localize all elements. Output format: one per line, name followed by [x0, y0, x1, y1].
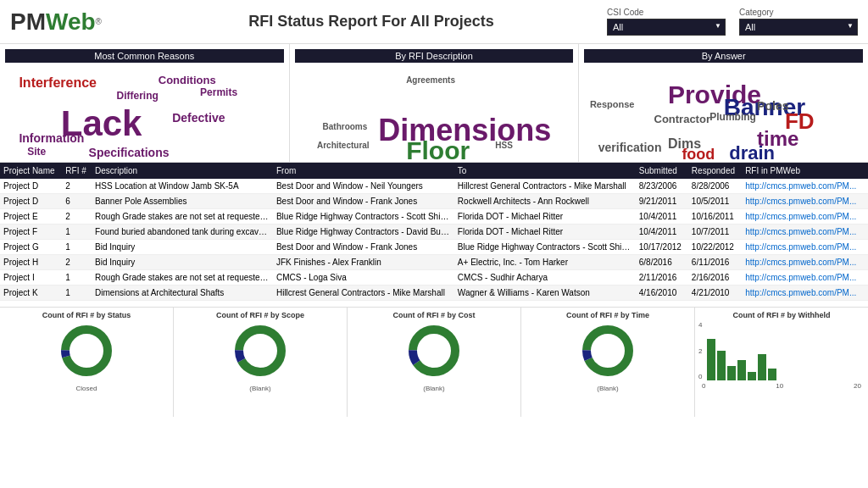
csi-code-select-wrapper[interactable]: All — [607, 19, 726, 36]
x-axis-label: 10 — [776, 382, 783, 390]
table-cell: http://cmcs.pmweb.com/PM... — [742, 209, 868, 225]
table-col-header: Project Name — [0, 163, 62, 179]
table-cell: Hillcrest General Contractors - Mike Mar… — [273, 286, 454, 301]
svg-point-7 — [413, 330, 455, 372]
table-cell: Project K — [0, 286, 62, 301]
word-cloud-word: Site — [27, 146, 46, 158]
category-select[interactable]: All — [739, 19, 858, 36]
table-cell: 10/7/2011 — [688, 225, 742, 240]
table-row: Project K1Dimensions at Architectural Sh… — [0, 286, 868, 301]
chart-title: Count of RFI # by Cost — [393, 311, 476, 319]
x-axis-label: 0 — [702, 382, 705, 390]
table-cell: 10/5/2011 — [688, 194, 742, 209]
table-cell: 2 — [62, 209, 92, 225]
table-cell: 8/23/2006 — [636, 179, 688, 194]
table-cell: Found buried abandoned tank during excav… — [92, 225, 273, 240]
y-axis-label: 4 — [698, 321, 702, 329]
chart-panel: Count of RFI # by Cost(Blank) — [348, 308, 521, 417]
table-cell: 2 — [62, 255, 92, 270]
word-cloud-row: Most Common Reasons InterferenceConditio… — [0, 44, 868, 163]
charts-row: Count of RFI # by StatusClosedCount of R… — [0, 307, 868, 417]
table-cell: Project E — [0, 209, 62, 225]
table-row: Project D2HSS Location at Window Jamb SK… — [0, 179, 868, 194]
donut-container: (Blank) — [404, 321, 464, 380]
donut-container: (Blank) — [578, 321, 637, 380]
x-axis-label: 20 — [854, 382, 861, 390]
table-col-header: Submitted — [636, 163, 688, 179]
table-row: Project E2Rough Grade stakes are not set… — [0, 209, 868, 225]
bar-chart-area: 420 — [698, 321, 865, 380]
table-cell: Project D — [0, 194, 62, 209]
table-row: Project H2Bid InquiryJFK Finishes - Alex… — [0, 255, 868, 270]
table-cell: Florida DOT - Michael Ritter — [454, 225, 636, 240]
wc-content-answer: ProvideBannerFDtimedrainverificationDims… — [584, 66, 863, 159]
word-cloud-word: food — [682, 146, 715, 160]
table-cell: JFK Finishes - Alex Franklin — [273, 255, 454, 270]
table-cell: 6/8/2016 — [636, 255, 688, 270]
category-label: Category — [739, 8, 858, 17]
csi-code-select[interactable]: All — [607, 19, 726, 36]
wc-title-description: By RFI Description — [295, 49, 574, 63]
table-section: Project NameRFI #DescriptionFromToSubmit… — [0, 163, 868, 307]
csi-code-filter: CSI Code All — [607, 8, 726, 36]
bar — [707, 339, 715, 380]
word-cloud-word: Permits — [200, 86, 237, 98]
table-cell: 4/16/2010 — [636, 286, 688, 301]
table-cell: Best Door and Window - Frank Jones — [273, 194, 454, 209]
table-cell: 6 — [62, 194, 92, 209]
wc-panel-description: By RFI Description DimensionsFloorAgreem… — [290, 44, 580, 162]
table-cell: Wagner & Williams - Karen Watson — [454, 286, 636, 301]
table-cell: HSS Location at Window Jamb SK-5A — [92, 179, 273, 194]
wc-title-reasons: Most Common Reasons — [5, 49, 284, 63]
bar — [737, 360, 746, 381]
table-cell: 2/11/2016 — [636, 270, 688, 286]
table-cell: 1 — [62, 225, 92, 240]
chart-panel: Count of RFI # by StatusClosed — [0, 308, 174, 417]
table-row: Project D6Banner Pole AssembliesBest Doo… — [0, 194, 868, 209]
word-cloud-word: Differing — [116, 90, 158, 102]
table-cell: 1 — [62, 270, 92, 286]
donut-chart — [404, 321, 464, 380]
word-cloud-word: Agreements — [406, 75, 455, 85]
table-col-header: From — [273, 163, 454, 179]
table-cell: 9/21/2011 — [636, 194, 688, 209]
table-cell: 10/16/2011 — [688, 209, 742, 225]
word-cloud-word: Conditions — [159, 74, 216, 86]
table-cell: Rough Grade stakes are not set at reques… — [92, 209, 273, 225]
word-cloud-word: Poles — [757, 99, 788, 113]
header-filters: CSI Code All Category All — [607, 8, 858, 36]
donut-container: (Blank) — [231, 321, 290, 380]
table-cell: 1 — [62, 240, 92, 255]
donut-legend: (Blank) — [249, 385, 270, 392]
table-cell: CMCS - Sudhir Acharya — [454, 270, 636, 286]
table-cell: Best Door and Window - Neil Youngers — [273, 179, 454, 194]
table-cell: Bid Inquiry — [92, 240, 273, 255]
word-cloud-word: Architectural — [317, 141, 370, 150]
table-col-header: RFI in PMWeb — [742, 163, 868, 179]
logo-pm: PM — [10, 8, 46, 36]
table-col-header: RFI # — [62, 163, 92, 179]
table-row: Project I1Rough Grade stakes are not set… — [0, 270, 868, 286]
donut-chart — [231, 321, 290, 380]
chart-title: Count of RFI # by Scope — [216, 311, 304, 319]
table-cell: 8/28/2006 — [688, 179, 742, 194]
category-filter: Category All — [739, 8, 858, 36]
table-cell: http://cmcs.pmweb.com/PM... — [742, 179, 868, 194]
table-header-row: Project NameRFI #DescriptionFromToSubmit… — [0, 163, 868, 179]
word-cloud-word: verification — [598, 141, 662, 154]
table-cell: Dimensions at Architectural Shafts — [92, 286, 273, 301]
table-row: Project G1Bid InquiryBest Door and Windo… — [0, 240, 868, 255]
logo-reg: ® — [96, 17, 102, 26]
word-cloud-word: HSS — [495, 141, 513, 150]
donut-legend: (Blank) — [423, 385, 444, 392]
donut-legend: Closed — [76, 385, 97, 392]
bar — [758, 354, 766, 381]
category-select-wrapper[interactable]: All — [739, 19, 858, 36]
bar — [748, 372, 756, 381]
bar — [727, 366, 736, 381]
wc-content-description: DimensionsFloorAgreementsBathroomsArchit… — [295, 66, 574, 159]
table-cell: 1 — [62, 286, 92, 301]
table-cell: A+ Electric, Inc. - Tom Harker — [454, 255, 636, 270]
table-cell: 6/11/2016 — [688, 255, 742, 270]
word-cloud-word: Floor — [406, 136, 470, 160]
